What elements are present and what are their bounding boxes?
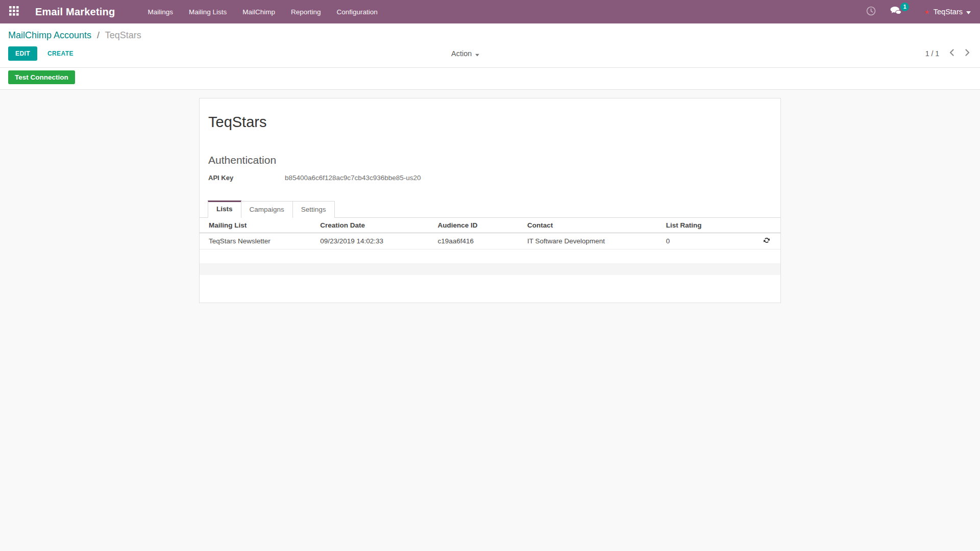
api-key-value: b85400a6c6f128ac9c7cb43c936bbe85-us20	[285, 174, 421, 182]
row-refresh-button[interactable]	[763, 237, 770, 245]
cell-creation-date[interactable]: 09/23/2019 14:02:33	[317, 233, 434, 249]
notebook-tabs: Lists Campaigns Settings	[200, 201, 780, 218]
header-mailing-list[interactable]: Mailing List	[200, 218, 317, 233]
table-header-row: Mailing List Creation Date Audience ID C…	[200, 218, 780, 233]
clock-icon	[866, 6, 876, 18]
header-audience-id[interactable]: Audience ID	[434, 218, 524, 233]
header-list-rating[interactable]: List Rating	[663, 218, 752, 233]
empty-row	[200, 263, 780, 275]
navbar-right: 1 ★ TeqStars	[866, 6, 971, 18]
record-title: TeqStars	[208, 114, 772, 131]
tab-settings[interactable]: Settings	[292, 201, 335, 218]
tab-lists[interactable]: Lists	[208, 201, 241, 218]
tab-campaigns[interactable]: Campaigns	[241, 201, 293, 218]
menu-item-mailings[interactable]: Mailings	[148, 8, 173, 16]
user-menu-button[interactable]: ★ TeqStars	[924, 7, 971, 16]
pager-previous-button[interactable]	[949, 49, 954, 58]
apps-menu-button[interactable]	[9, 6, 19, 18]
cell-mailing-list[interactable]: TeqStars Newsletter	[200, 233, 317, 249]
breadcrumb: MailChimp Accounts / TeqStars	[0, 23, 980, 42]
breadcrumb-parent-link[interactable]: MailChimp Accounts	[8, 30, 91, 40]
menu-item-configuration[interactable]: Configuration	[337, 8, 378, 16]
record-sheet: TeqStars Authentication API Key b85400a6…	[199, 98, 781, 303]
user-name-label: TeqStars	[934, 8, 963, 16]
pager: 1 / 1	[925, 49, 972, 58]
app-brand-title[interactable]: Email Marketing	[35, 6, 115, 18]
messages-button[interactable]: 1	[890, 6, 902, 18]
header-creation-date[interactable]: Creation Date	[317, 218, 434, 233]
breadcrumb-separator: /	[97, 30, 100, 40]
apps-grid-icon	[9, 6, 19, 18]
form-view: TeqStars Authentication API Key b85400a6…	[0, 90, 980, 303]
mailing-lists-table: Mailing List Creation Date Audience ID C…	[200, 218, 780, 275]
form-statusbar: Test Connection	[0, 68, 980, 90]
menu-item-mailing-lists[interactable]: Mailing Lists	[189, 8, 227, 16]
action-dropdown[interactable]: Action	[451, 49, 479, 58]
api-key-label: API Key	[208, 174, 285, 182]
edit-button[interactable]: EDIT	[8, 46, 37, 61]
menu-item-mailchimp[interactable]: MailChimp	[242, 8, 275, 16]
create-button[interactable]: CREATE	[45, 46, 76, 61]
user-avatar: ★	[924, 9, 930, 15]
refresh-icon	[763, 237, 770, 245]
chevron-left-icon	[949, 49, 954, 58]
main-menu: Mailings Mailing Lists MailChimp Reporti…	[148, 8, 377, 16]
messages-count-badge: 1	[900, 3, 909, 11]
table-row[interactable]: TeqStars Newsletter 09/23/2019 14:02:33 …	[200, 233, 780, 249]
authentication-section-title: Authentication	[208, 154, 772, 166]
cell-contact[interactable]: IT Software Development	[524, 233, 663, 249]
cell-audience-id[interactable]: c19aa6f416	[434, 233, 524, 249]
caret-down-icon	[475, 49, 479, 58]
control-panel: EDIT CREATE Action 1 / 1	[0, 42, 980, 68]
top-navbar: Email Marketing Mailings Mailing Lists M…	[0, 0, 980, 23]
empty-row	[200, 249, 780, 263]
chevron-right-icon	[965, 49, 970, 58]
header-contact[interactable]: Contact	[524, 218, 663, 233]
activities-button[interactable]	[866, 6, 876, 18]
header-actions	[752, 218, 780, 233]
pager-next-button[interactable]	[965, 49, 970, 58]
caret-down-icon	[966, 7, 971, 16]
cell-list-rating[interactable]: 0	[663, 233, 752, 249]
breadcrumb-current: TeqStars	[105, 30, 141, 40]
pager-count: 1 / 1	[925, 49, 939, 58]
action-dropdown-label: Action	[451, 49, 472, 58]
menu-item-reporting[interactable]: Reporting	[291, 8, 321, 16]
api-key-field-row: API Key b85400a6c6f128ac9c7cb43c936bbe85…	[208, 174, 772, 182]
test-connection-button[interactable]: Test Connection	[8, 70, 75, 84]
